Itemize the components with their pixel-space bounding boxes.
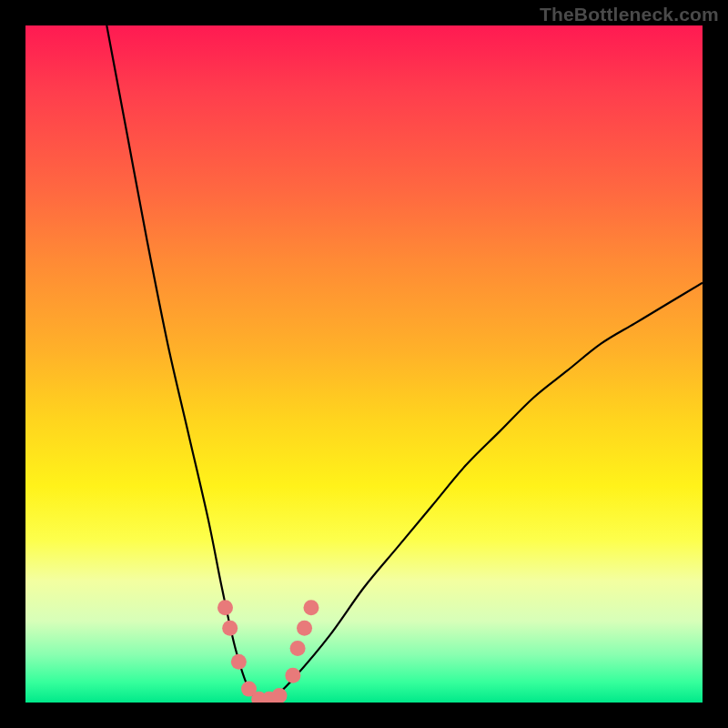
marker-point — [217, 600, 233, 615]
chart-svg — [25, 25, 703, 703]
marker-point — [272, 688, 288, 703]
marker-point — [290, 641, 306, 656]
chart-frame: TheBottleneck.com — [0, 0, 728, 728]
chart-plot-area — [25, 25, 703, 703]
marker-point — [303, 600, 318, 615]
marker-point — [285, 668, 300, 683]
watermark-text: TheBottleneck.com — [540, 4, 719, 25]
highlight-markers — [217, 600, 318, 703]
bottleneck-curve — [106, 25, 703, 703]
marker-point — [231, 654, 247, 670]
marker-point — [297, 621, 312, 636]
marker-point — [222, 621, 238, 636]
